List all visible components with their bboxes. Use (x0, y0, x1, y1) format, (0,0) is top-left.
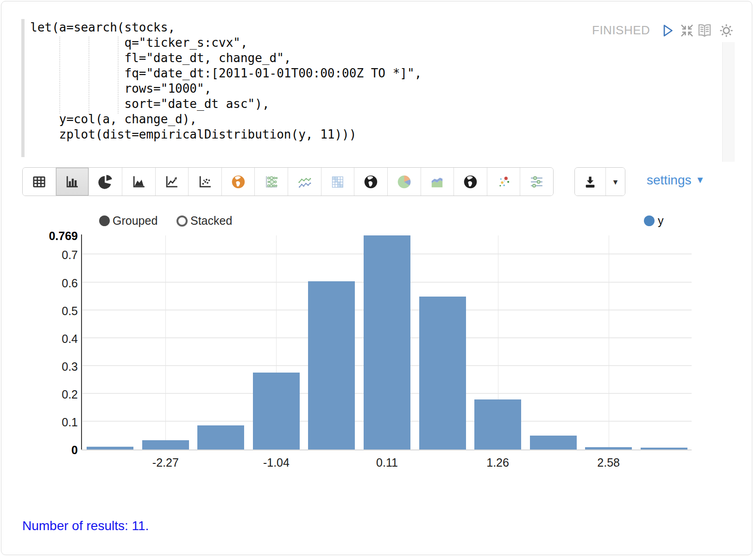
y-axis-line (81, 234, 82, 450)
x-tick-label: -2.27 (133, 456, 198, 469)
globe-orange-icon (231, 174, 246, 190)
bar[interactable] (197, 425, 244, 449)
y-tick-label: 0.5 (62, 304, 78, 317)
x-tick-label: -1.04 (244, 456, 309, 469)
editor-scrollbar[interactable] (722, 42, 735, 162)
chart-type-bubble-chart-button[interactable] (255, 168, 288, 196)
plot-area (82, 235, 692, 449)
table-icon (32, 174, 47, 190)
gridline-vertical (165, 235, 166, 449)
settings-link[interactable]: settings▼ (647, 173, 705, 188)
scatter-plot-icon (197, 174, 213, 190)
chart-type-toolbar (22, 167, 554, 196)
y-tick-label: 0.7 (62, 248, 78, 261)
globe-dark-2-icon (463, 174, 478, 190)
chart-type-globe-dark-2-button[interactable] (454, 168, 487, 196)
download-icon (583, 174, 598, 189)
bar[interactable] (641, 448, 687, 449)
settings-label: settings (647, 173, 692, 187)
run-button[interactable] (658, 22, 676, 39)
bar[interactable] (87, 447, 133, 449)
bubble-chart-icon (264, 174, 279, 190)
chart-type-globe-orange-button[interactable] (222, 168, 255, 196)
y-max-label: 0.769 (49, 229, 78, 242)
multi-line-chart-icon (297, 174, 312, 190)
y-tick-label: 0.3 (62, 360, 78, 373)
area-chart-icon (131, 174, 146, 190)
x-tick-label: 1.26 (466, 456, 530, 469)
caret-down-icon: ▼ (696, 175, 705, 185)
globe-dark-icon (363, 174, 378, 190)
paragraph-card: let(a=search(stocks, q="ticker_s:cvx", f… (1, 1, 752, 555)
x-tick-label: 0.11 (355, 456, 420, 469)
line-chart-icon (164, 174, 179, 190)
y-tick-label: 0.1 (62, 416, 78, 429)
chart-type-line-chart-button[interactable] (156, 168, 189, 196)
results-count: Number of results: 11. (22, 519, 149, 533)
x-axis-line (81, 449, 692, 450)
collapse-icon (678, 23, 696, 38)
legend-item-y[interactable]: y (644, 214, 664, 228)
caret-down-icon: ▾ (613, 177, 618, 187)
radio-selected-icon (99, 215, 110, 226)
pie-chart-icon (98, 174, 113, 190)
scatter-colored-icon (496, 174, 511, 190)
chart-type-scatter-plot-button[interactable] (189, 168, 222, 196)
chart-type-area-chart-colored-button[interactable] (421, 168, 454, 196)
heatmap-icon (330, 174, 345, 190)
chart-type-pie-chart-button[interactable] (89, 168, 122, 196)
parallel-coordinates-icon (529, 174, 544, 190)
download-dropdown-button[interactable]: ▾ (605, 168, 625, 196)
run-icon (658, 22, 676, 39)
indent-guide (88, 37, 89, 114)
bar[interactable] (142, 440, 189, 449)
download-group: ▾ (574, 167, 625, 196)
gridline-vertical (609, 235, 609, 449)
legend-swatch-icon (644, 215, 655, 226)
area-chart-colored-icon (429, 174, 445, 190)
pie-chart-colored-icon (397, 174, 412, 190)
show-editor-icon (696, 22, 713, 39)
y-tick-label: 0.6 (62, 277, 78, 290)
bar[interactable] (585, 447, 632, 449)
collapse-button[interactable] (678, 22, 696, 39)
indent-guide (59, 37, 60, 114)
paragraph-status: FINISHED (592, 23, 650, 38)
chart-type-multi-line-chart-button[interactable] (288, 168, 321, 196)
grouped-toggle[interactable]: Grouped (99, 214, 158, 228)
chart-type-parallel-coordinates-button[interactable] (520, 168, 553, 196)
bar-chart-icon (64, 174, 80, 190)
paragraph-settings-button[interactable] (718, 22, 735, 39)
grouped-label: Grouped (113, 214, 158, 228)
x-axis-labels: -2.27-1.040.111.262.58 (82, 456, 692, 471)
chart-type-scatter-colored-button[interactable] (487, 168, 521, 196)
y-tick-label: 0.2 (62, 388, 78, 401)
settings-gear-icon (718, 22, 735, 39)
download-button[interactable] (575, 168, 605, 196)
chart-type-bar-chart-button[interactable] (56, 168, 89, 196)
chart-type-table-button[interactable] (23, 168, 56, 196)
show-editor-button[interactable] (696, 22, 713, 39)
y-tick-label: 0 (71, 443, 78, 456)
y-tick-label: 0.4 (62, 332, 78, 345)
chart-type-heatmap-button[interactable] (321, 168, 355, 196)
editor-gutter-bar (21, 19, 25, 157)
bar[interactable] (253, 373, 300, 449)
x-tick-label: 2.58 (576, 456, 641, 469)
radio-unselected-icon (176, 215, 188, 227)
bar[interactable] (530, 436, 577, 449)
indent-guide (118, 37, 119, 114)
stacked-label: Stacked (190, 214, 232, 228)
bar[interactable] (308, 281, 355, 449)
y-axis-labels: 00.10.20.30.40.50.60.70.769 (27, 234, 78, 450)
chart-type-area-chart-button[interactable] (122, 168, 156, 196)
bar[interactable] (474, 399, 521, 449)
bar[interactable] (419, 297, 466, 449)
stacked-toggle[interactable]: Stacked (176, 214, 232, 228)
legend-label: y (658, 214, 664, 228)
chart-type-pie-chart-colored-button[interactable] (388, 168, 421, 196)
zeppelin-paragraph: let(a=search(stocks, q="ticker_s:cvx", f… (0, 0, 756, 557)
chart-type-globe-dark-button[interactable] (354, 168, 388, 196)
bar[interactable] (364, 235, 410, 449)
